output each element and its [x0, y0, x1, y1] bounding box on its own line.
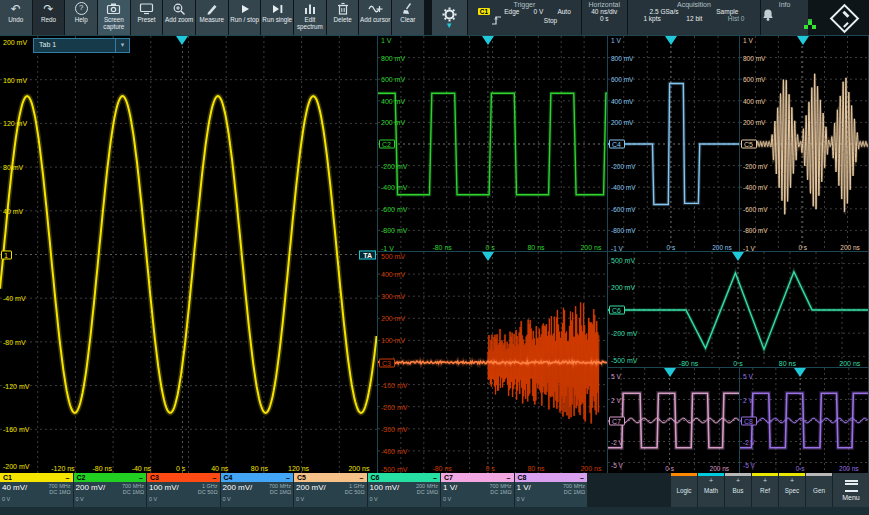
trigger-type: Edge	[504, 8, 519, 15]
screen-capture-button[interactable]: Screen capture	[98, 0, 130, 36]
c6-channel-marker[interactable]: C6	[609, 306, 625, 315]
c4-channel-marker[interactable]: C4	[609, 140, 625, 149]
run-stop-button[interactable]: Run / stop	[229, 0, 261, 36]
diagram-c2[interactable]: 1 V800 mV600 mV400 mV200 mV-200 mV-400 m…	[378, 36, 607, 252]
run-single-button[interactable]: Run single	[261, 0, 293, 36]
preset-button[interactable]: Preset	[131, 0, 163, 36]
logic-button[interactable]: Logic	[671, 473, 697, 507]
gen-button[interactable]: Gen	[806, 473, 832, 507]
screen-capture-label: Screen capture	[98, 17, 130, 31]
status-leds-icon	[808, 21, 812, 25]
channel-badge-c4[interactable]: C4–200 mV/700 MHzDC 1MΩ0 V	[221, 473, 294, 507]
record-length: 1 kpts	[643, 15, 660, 22]
diagram-c7[interactable]: 5 V2 V-2 V-5 V0 s200 nsC7	[608, 368, 739, 473]
diagram-c6[interactable]: 500 mV200 mV-200 mV-500 mV-80 ns0 s80 ns…	[608, 252, 868, 368]
diagram-c1-waveform	[0, 36, 377, 473]
rs-logo	[830, 3, 860, 33]
delete-button[interactable]: Delete	[327, 0, 359, 36]
chevron-down-icon: ▾	[447, 22, 452, 29]
channel-coupling: DC 1MΩ	[416, 489, 438, 495]
menu-icon	[845, 480, 858, 492]
channel-badge-c1[interactable]: C1–40 mV/700 MHzDC 1MΩ0 V	[0, 473, 73, 507]
channel-badge-c6[interactable]: C6–100 mV/200 MHzDC 1MΩ0 V	[368, 473, 441, 507]
channel-badge-c8[interactable]: C8–1 V/700 MHzDC 1MΩ0 V	[515, 473, 588, 507]
menu-button[interactable]: Menu	[833, 473, 869, 507]
c1-channel-marker[interactable]: 1	[1, 250, 12, 259]
bus-button[interactable]: +Bus	[725, 473, 751, 507]
measure-button[interactable]: Measure	[196, 0, 228, 36]
channel-scale: 200 mV/	[296, 483, 326, 496]
tab-1[interactable]: Tab 1	[33, 38, 116, 53]
trigger-position-marker[interactable]	[732, 252, 744, 261]
add-icon: +	[736, 476, 740, 485]
trigger-status-section[interactable]: TriggerC1Edge0 VAutoStop	[468, 0, 581, 36]
clear-button[interactable]: Clear	[392, 0, 424, 36]
channel-scale: 200 mV/	[76, 483, 106, 496]
edit-spectrum-label: Edit spectrum	[294, 17, 326, 31]
diagram-c8[interactable]: 5 V2 V-2 V-5 V0 s200 nsC8	[740, 368, 868, 473]
app-buttons: Logic+Math+Bus+Ref+SpecGen	[670, 473, 832, 507]
toolbar: ↶Undo↷Redo?HelpScreen capturePresetAdd z…	[0, 0, 869, 36]
channel-name: C6	[371, 474, 380, 481]
c2-channel-marker[interactable]: C2	[379, 140, 395, 149]
minimize-icon[interactable]: –	[433, 474, 437, 481]
horizontal-status-section[interactable]: Horizontal40 ns/div0 s	[582, 0, 627, 36]
minimize-icon[interactable]: –	[580, 474, 584, 481]
undo-label: Undo	[8, 17, 23, 24]
channel-name: C7	[444, 474, 453, 481]
c1-badge-header: C1–	[0, 473, 73, 482]
add-cursor-button[interactable]: Add cursor	[359, 0, 391, 36]
channel-settings: 200 mV/700 MHzDC 1MΩ	[221, 482, 294, 496]
diagram-c1[interactable]: 200 mV160 mV120 mV80 mV40 mV-40 mV-80 mV…	[0, 36, 377, 473]
trigger-position-marker[interactable]	[797, 36, 809, 45]
diagram-c5[interactable]: 1 V800 mV600 mV400 mV200 mV-200 mV-400 m…	[740, 36, 868, 252]
preset-label: Preset	[137, 17, 155, 24]
c8-channel-marker[interactable]: C8	[741, 416, 757, 425]
trigger-position-marker[interactable]	[665, 36, 677, 45]
channel-badge-c7[interactable]: C7–1 V/700 MHzDC 1MΩ0 V	[441, 473, 514, 507]
trigger-position-marker[interactable]	[482, 36, 494, 45]
tab-dropdown-icon[interactable]: ▾	[116, 38, 130, 53]
c7-channel-marker[interactable]: C7	[609, 416, 625, 425]
minimize-icon[interactable]: –	[360, 474, 364, 481]
info-status-section[interactable]: Info	[761, 0, 808, 36]
minimize-icon[interactable]: –	[66, 474, 70, 481]
diagram-c3[interactable]: 500 mV400 mV300 mV200 mV100 mV-100 mV-20…	[378, 252, 607, 473]
channel-badge-c3[interactable]: C3–100 mV/1 GHzDC 50Ω0 V	[147, 473, 220, 507]
diagram-c4[interactable]: 1 V800 mV600 mV400 mV200 mV-200 mV-400 m…	[608, 36, 739, 252]
logo-area	[808, 0, 869, 36]
redo-button[interactable]: ↷Redo	[33, 0, 65, 36]
help-button[interactable]: ?Help	[65, 0, 97, 36]
add-zoom-button[interactable]: Add zoom	[163, 0, 195, 36]
menu-label: Menu	[842, 494, 860, 501]
trigger-position-marker[interactable]	[176, 36, 188, 45]
edit-spectrum-button[interactable]: Edit spectrum	[294, 0, 326, 36]
trigger-position-marker[interactable]	[664, 368, 676, 377]
minimize-icon[interactable]: –	[507, 474, 511, 481]
acquisition-row2: 1 kpts12 bitHist 0	[628, 15, 761, 22]
channel-scale: 100 mV/	[149, 483, 179, 496]
diagram-c4-waveform	[608, 36, 739, 252]
channel-details: 1 GHzDC 50Ω	[345, 483, 365, 496]
undo-button[interactable]: ↶Undo	[0, 0, 32, 36]
minimize-icon[interactable]: –	[139, 474, 143, 481]
math-button[interactable]: +Math	[698, 473, 724, 507]
spec-button[interactable]: +Spec	[779, 473, 805, 507]
c3-channel-marker[interactable]: C3	[379, 358, 395, 367]
trigger-level-marker-ta[interactable]: TA	[359, 250, 376, 259]
acquisition-status-section[interactable]: Acquisition2.5 GSa/sSample1 kpts12 bitHi…	[628, 0, 761, 36]
horizontal-scale: 40 ns/div	[582, 8, 627, 15]
minimize-icon[interactable]: –	[286, 474, 290, 481]
trigger-position-marker[interactable]	[794, 368, 806, 377]
ref-button[interactable]: +Ref	[752, 473, 778, 507]
channel-offset: 0 V	[74, 496, 147, 502]
channel-name: C5	[297, 474, 306, 481]
channel-badge-c2[interactable]: C2–200 mV/700 MHzDC 1MΩ0 V	[74, 473, 147, 507]
channel-badge-c5[interactable]: C5–200 mV/1 GHzDC 50Ω0 V	[294, 473, 367, 507]
settings-gear-button[interactable]: ▾	[432, 0, 467, 36]
minimize-icon[interactable]: –	[213, 474, 217, 481]
trigger-position-marker[interactable]	[482, 252, 494, 261]
help-label: Help	[75, 17, 88, 24]
spectrum-icon	[303, 0, 317, 17]
c5-channel-marker[interactable]: C5	[741, 140, 757, 149]
